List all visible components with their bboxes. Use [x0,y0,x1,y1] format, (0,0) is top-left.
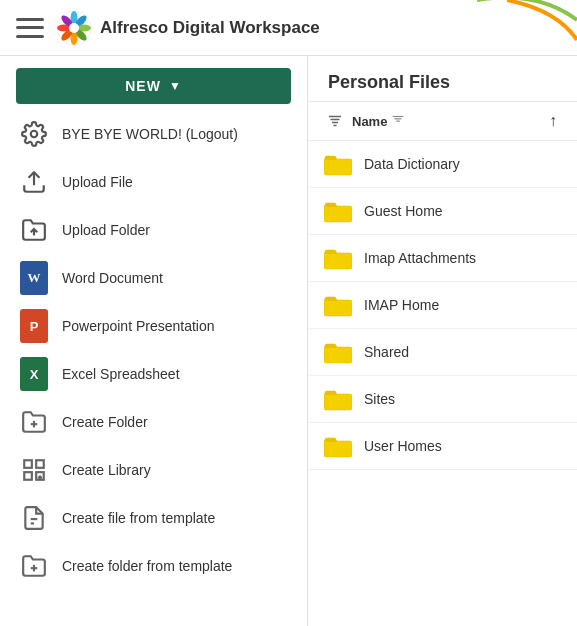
header-decoration [457,0,577,56]
new-menu-list: BYE BYE WORLD! (Logout) Upload File [0,110,307,626]
menu-item-create-file-template-label: Create file from template [62,510,215,526]
table-header: Name ↑ [308,102,577,141]
folder-template-icon [20,552,48,580]
file-item[interactable]: Sites [308,376,577,423]
folder-icon [324,152,352,176]
main-layout: NEW ▼ BYE BYE WORLD! (Logout) [0,56,577,626]
upload-file-icon [20,168,48,196]
file-name: Data Dictionary [364,156,460,172]
menu-item-create-folder-template-label: Create folder from template [62,558,232,574]
svg-rect-15 [24,460,32,468]
menu-item-create-library[interactable]: Create Library [0,446,307,494]
menu-item-upload-folder[interactable]: Upload Folder [0,206,307,254]
new-button-label: NEW [125,78,161,94]
menu-item-excel[interactable]: X Excel Spreadsheet [0,350,307,398]
column-sort-icon[interactable] [391,113,405,130]
menu-item-powerpoint[interactable]: P Powerpoint Presentation [0,302,307,350]
logo-container: Alfresco Digital Workspace [56,10,320,46]
menu-item-upload-folder-label: Upload Folder [62,222,150,238]
menu-item-excel-label: Excel Spreadsheet [62,366,180,382]
left-panel: NEW ▼ BYE BYE WORLD! (Logout) [0,56,308,626]
file-item[interactable]: Shared [308,329,577,376]
file-item[interactable]: IMAP Home [308,282,577,329]
file-item[interactable]: Imap Attachments [308,235,577,282]
gear-icon [20,120,48,148]
file-template-icon [20,504,48,532]
new-button-chevron: ▼ [169,79,182,93]
name-col-label: Name [352,114,387,129]
file-item[interactable]: User Homes [308,423,577,470]
file-name: Sites [364,391,395,407]
sort-ascending-icon[interactable]: ↑ [549,112,557,130]
menu-item-ppt-label: Powerpoint Presentation [62,318,215,334]
excel-icon: X [20,360,48,388]
create-folder-icon [20,408,48,436]
menu-item-create-folder[interactable]: Create Folder [0,398,307,446]
file-item[interactable]: Guest Home [308,188,577,235]
menu-item-upload-file[interactable]: Upload File [0,158,307,206]
panel-title: Personal Files [308,56,577,102]
svg-rect-17 [24,472,32,480]
alfresco-logo-icon [56,10,92,46]
new-button[interactable]: NEW ▼ [16,68,291,104]
upload-folder-icon [20,216,48,244]
menu-item-create-folder-label: Create Folder [62,414,148,430]
menu-item-create-library-label: Create Library [62,462,151,478]
svg-rect-16 [36,460,44,468]
file-name: Shared [364,344,409,360]
word-document-icon: W [20,264,48,292]
file-list: Data DictionaryGuest HomeImap Attachment… [308,141,577,626]
create-library-icon [20,456,48,484]
file-name: IMAP Home [364,297,439,313]
app-header: Alfresco Digital Workspace [0,0,577,56]
menu-item-logout-label: BYE BYE WORLD! (Logout) [62,126,238,142]
svg-point-10 [31,131,38,138]
menu-item-word-document[interactable]: W Word Document [0,254,307,302]
menu-item-create-folder-template[interactable]: Create folder from template [0,542,307,590]
powerpoint-icon: P [20,312,48,340]
right-panel: Personal Files Name [308,56,577,626]
folder-icon [324,293,352,317]
name-column-header: Name [352,113,543,130]
filter-icon[interactable] [324,110,346,132]
file-name: User Homes [364,438,442,454]
menu-item-create-file-template[interactable]: Create file from template [0,494,307,542]
folder-icon [324,434,352,458]
file-item[interactable]: Data Dictionary [308,141,577,188]
folder-icon [324,246,352,270]
file-name: Guest Home [364,203,443,219]
app-title: Alfresco Digital Workspace [100,18,320,38]
folder-icon [324,387,352,411]
menu-item-upload-file-label: Upload File [62,174,133,190]
hamburger-menu-button[interactable] [16,18,44,38]
folder-icon [324,199,352,223]
file-name: Imap Attachments [364,250,476,266]
svg-point-9 [69,23,79,33]
menu-item-logout[interactable]: BYE BYE WORLD! (Logout) [0,110,307,158]
menu-item-word-label: Word Document [62,270,163,286]
folder-icon [324,340,352,364]
